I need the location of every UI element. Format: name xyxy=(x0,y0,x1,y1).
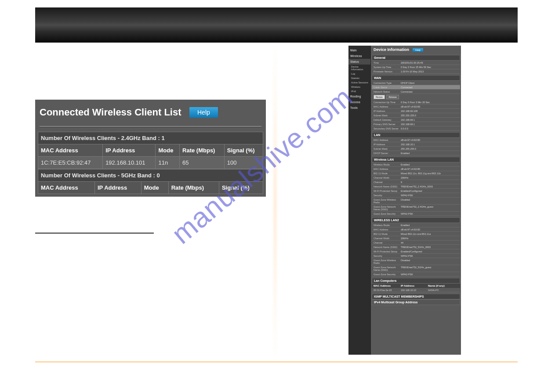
sidebar-sub-ipv6[interactable]: IPv6 xyxy=(348,89,370,94)
section-underline xyxy=(35,233,154,234)
value-guest-ssid2: TRENDnet752_5GHz_guest xyxy=(401,266,458,271)
sidebar-sub-active-sessions[interactable]: Active Sessions xyxy=(348,80,370,85)
section-wan: WAN xyxy=(372,75,460,81)
label-wan-gw: Default Gateway xyxy=(374,119,401,121)
sidebar-item-status[interactable]: Status xyxy=(348,59,370,65)
value-time: 2003/01/01 00:25:49 xyxy=(401,61,458,64)
label-guest-ssid: Guest Zone Network Name (SSID) xyxy=(374,205,401,211)
renew-button[interactable]: Renew xyxy=(374,95,385,99)
value-wan-mask: 255.255.255.0 xyxy=(401,114,458,117)
label-security2: Security xyxy=(374,255,401,257)
value-conntype: DHCP Client xyxy=(401,82,458,84)
label-chwidth: Channel Width xyxy=(374,176,401,179)
sidebar-sub-statistic[interactable]: Statistic xyxy=(348,76,370,80)
sidebar-item-routing[interactable]: Routing xyxy=(348,94,370,99)
label-dhcp: DHCP Server xyxy=(374,152,401,155)
divider xyxy=(40,126,261,127)
value-dns1: 192.168.69.1 xyxy=(401,123,458,126)
value-mode2: Mixed 802.11n and 802.11a xyxy=(401,233,458,235)
col-ip: IP Address xyxy=(94,182,141,194)
value-lan-ip: 192.168.10.1 xyxy=(401,143,458,146)
col-ip: IP Address xyxy=(401,284,428,287)
value-cable: Connected xyxy=(401,86,458,89)
help-button-small[interactable]: Help xyxy=(413,48,423,52)
label-ssid: Network Name (SSID) xyxy=(374,185,401,188)
sidebar-item-main[interactable]: Main xyxy=(348,47,370,53)
release-button[interactable]: Release xyxy=(386,95,399,99)
band-5-header: Number Of Wireless Clients - 5GHz Band :… xyxy=(38,169,263,182)
label-cable: Cable Status xyxy=(374,86,401,89)
value-wlan-mac: d8:eb:97:c4:63:80 xyxy=(401,168,458,170)
label-radio: Wireless Radio xyxy=(374,163,401,166)
label-dns1: Primary DNS Server xyxy=(374,123,401,126)
value-firmware: 1.00 Fri 10 May 2013 xyxy=(401,70,458,73)
cell-mac: 1C:7E:E5:CB:92:47 xyxy=(38,157,103,169)
wireless-client-panel: Connected Wireless Client List Help Numb… xyxy=(35,100,266,197)
value-guest-sec: WPA2-PSK xyxy=(401,212,458,215)
label-guest-radio: Guest Zone Wireless Radio xyxy=(374,198,401,204)
label-security: Security xyxy=(374,194,401,197)
label-time: Time xyxy=(374,61,401,64)
cell-signal: 100 xyxy=(224,157,263,169)
label-wan-ip: IP Address xyxy=(374,110,401,112)
section-general: General xyxy=(372,55,460,61)
value-ssid: TRENDnet752_2.4GHz_0003 xyxy=(401,185,458,188)
value-chwidth: 20MHz xyxy=(401,176,458,179)
label-network: Network Status xyxy=(374,90,401,93)
sidebar-item-wireless[interactable]: Wireless xyxy=(348,53,370,59)
value-uptime: 0 Day 0 Hour 25 Min 50 Sec xyxy=(401,66,458,68)
table-row: 00:01:ff:be:2e:18 192.168.10.10 NANA-PC xyxy=(372,288,460,292)
label-channel2: Channel xyxy=(374,241,401,244)
glow-line xyxy=(275,44,276,362)
value-security2: WPA2-PSK xyxy=(401,255,458,257)
section-lan-computers: Lan Computers xyxy=(372,278,460,284)
value-radio: Enabled xyxy=(401,163,458,166)
col-mac: MAC Address xyxy=(38,144,103,157)
label-wps: Wi-Fi Protected Setup xyxy=(374,190,401,192)
band-5-table: Number Of Wireless Clients - 5GHz Band :… xyxy=(38,169,263,194)
label-radio2: Wireless Radio xyxy=(374,224,401,227)
col-name: Name (if any) xyxy=(428,284,458,287)
col-ip: IP Address xyxy=(103,144,156,157)
cell-mac: 00:01:ff:be:2e:18 xyxy=(374,289,401,291)
value-guest-radio2: Disabled xyxy=(401,259,458,264)
igmp-sub: IPv4 Multicast Group Address xyxy=(372,299,460,305)
section-lan: LAN xyxy=(372,132,460,138)
sidebar-item-tools[interactable]: Tools xyxy=(348,105,370,111)
value-conn-uptime: 0 Day 0 Hour 3 Min 20 Sec xyxy=(401,101,458,104)
col-mode: Mode xyxy=(141,182,168,194)
value-wan-mac: d8:eb:97:c4:63:83 xyxy=(401,105,458,108)
label-lan-ip: IP Address xyxy=(374,143,401,146)
value-guest-sec2: WPA2-PSK xyxy=(401,273,458,276)
label-mode2: 802.11 Mode xyxy=(374,233,401,235)
sidebar-sub-wireless[interactable]: Wireless xyxy=(348,85,370,89)
col-mac: MAC Address xyxy=(38,182,95,194)
label-wan-mac: MAC Address xyxy=(374,105,401,108)
top-banner xyxy=(35,7,518,43)
sidebar-item-access[interactable]: Access xyxy=(348,99,370,105)
band-24-table: Number Of Wireless Clients - 2.4GHz Band… xyxy=(38,132,263,169)
sidebar-sub-device-info[interactable]: Device Information xyxy=(348,65,370,72)
value-wlan2-mac: d8:eb:97:c4:63:82 xyxy=(401,228,458,231)
label-wps2: Wi-Fi Protected Setup xyxy=(374,250,401,253)
label-channel: Channel xyxy=(374,181,401,183)
label-chwidth2: Channel Width xyxy=(374,237,401,240)
band-24-header: Number Of Wireless Clients - 2.4GHz Band… xyxy=(38,132,263,144)
col-mode: Mode xyxy=(156,144,180,157)
label-guest-ssid2: Guest Zone Network Name (SSID) xyxy=(374,266,401,271)
label-wlan2-mac: MAC Address xyxy=(374,228,401,231)
value-wan-ip: 192.168.69.108 xyxy=(401,110,458,112)
col-signal: Signal (%) xyxy=(224,144,263,157)
cell-ip: 192.168.10.101 xyxy=(103,157,156,169)
value-lan-mac: d8:eb:97:c4:63:80 xyxy=(401,139,458,141)
col-rate: Rate (Mbps) xyxy=(168,182,219,194)
sidebar-sub-log[interactable]: Log xyxy=(348,72,370,76)
col-mac: MAC Address xyxy=(374,284,401,287)
help-button[interactable]: Help xyxy=(189,107,218,118)
value-channel2: 44 xyxy=(401,241,458,244)
value-guest-radio: Disabled xyxy=(401,198,458,204)
value-network: Connected xyxy=(401,90,458,93)
cell-rate: 65 xyxy=(180,157,225,169)
label-firmware: Firmware Version xyxy=(374,70,401,73)
value-lan-mask: 255.255.255.0 xyxy=(401,147,458,150)
